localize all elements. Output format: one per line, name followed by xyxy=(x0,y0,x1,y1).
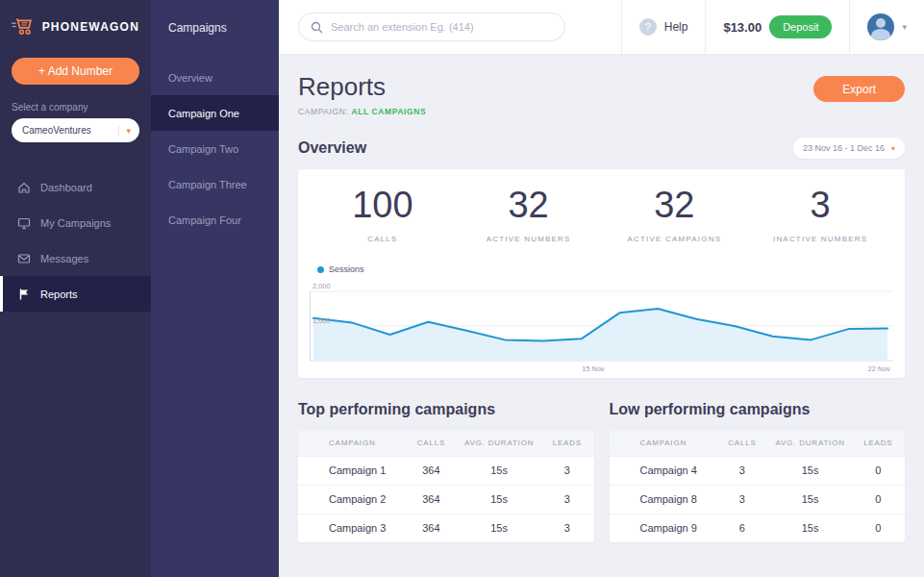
col-avg-duration: AVG. DURATION xyxy=(769,431,852,456)
topbar-right: ? Help $13.00 Deposit ▾ xyxy=(621,0,924,54)
table-row: Campaign 2 364 15s 3 xyxy=(298,485,594,514)
user-menu[interactable]: ▾ xyxy=(849,0,924,54)
xtick-22nov: 22 Nov xyxy=(868,364,891,373)
search-box xyxy=(298,13,565,41)
col-calls: CALLS xyxy=(715,431,768,456)
date-range-selector[interactable]: 23 Nov 16 - 1 Dec 16 ▾ xyxy=(793,138,905,159)
cell-avg-duration: 15s xyxy=(769,456,852,485)
low-performing-title: Low performing campaigns xyxy=(610,401,906,418)
table-header-row: CAMPAIGN CALLS AVG. DURATION LEADS xyxy=(610,431,906,456)
cell-campaign: Campaign 1 xyxy=(298,456,405,485)
sidebar-item-messages[interactable]: Messages xyxy=(0,240,151,276)
overview-head: Overview 23 Nov 16 - 1 Dec 16 ▾ xyxy=(298,138,905,159)
ytick-2000: 2,000 xyxy=(312,282,331,290)
envelope-icon xyxy=(17,252,31,265)
cell-campaign: Campaign 8 xyxy=(610,485,716,514)
cell-calls: 364 xyxy=(405,485,458,514)
low-performing-card: CAMPAIGN CALLS AVG. DURATION LEADS Campa… xyxy=(610,431,906,542)
cell-leads: 0 xyxy=(852,514,905,542)
cell-leads: 3 xyxy=(540,456,593,485)
xtick-15nov: 15 Nov xyxy=(582,364,605,373)
reports-content: Reports CAMPAIGN: ALL CAMPAIGNS Export O… xyxy=(279,55,924,577)
legend-label: Sessions xyxy=(329,264,364,274)
sidebar-item-label: Dashboard xyxy=(40,182,92,193)
stat-value: 32 xyxy=(456,185,602,226)
brand-name: PHONEWAGON xyxy=(42,20,139,34)
select-company-label: Select a company xyxy=(12,102,139,113)
logo: PHONEWAGON xyxy=(0,0,151,50)
avatar[interactable] xyxy=(867,13,894,40)
chevron-down-icon[interactable]: ▾ xyxy=(902,22,907,32)
chevron-down-icon: ▾ xyxy=(118,126,131,136)
stat-active-campaigns: 32 ACTIVE CAMPAIGNS xyxy=(602,185,748,243)
app-root: PHONEWAGON + Add Number Select a company… xyxy=(0,0,924,577)
campaigns-panel: Campaigns Overview Campaign One Campaign… xyxy=(151,0,279,577)
sidebar-item-dashboard[interactable]: Dashboard xyxy=(0,169,151,205)
search-icon xyxy=(311,21,323,34)
help-section[interactable]: ? Help xyxy=(621,0,706,54)
col-avg-duration: AVG. DURATION xyxy=(458,431,540,456)
campaigns-item-overview[interactable]: Overview xyxy=(151,60,279,95)
cell-leads: 3 xyxy=(540,514,593,542)
campaigns-item-campaign-four[interactable]: Campaign Four xyxy=(151,202,279,238)
home-icon xyxy=(17,181,31,194)
export-button[interactable]: Export xyxy=(813,76,905,102)
primary-sidebar: PHONEWAGON + Add Number Select a company… xyxy=(0,0,151,577)
table-row: Campaign 1 364 15s 3 xyxy=(298,456,594,485)
sidebar-item-my-campaigns[interactable]: My Campaigns xyxy=(0,205,151,240)
date-range-value: 23 Nov 16 - 1 Dec 16 xyxy=(803,143,885,153)
sidebar-item-reports[interactable]: Reports xyxy=(0,276,151,312)
stat-value: 32 xyxy=(602,185,748,226)
stat-label: ACTIVE NUMBERS xyxy=(456,235,602,243)
help-icon: ? xyxy=(639,18,657,36)
campaigns-item-campaign-one[interactable]: Campaign One xyxy=(151,95,279,131)
col-campaign: CAMPAIGN xyxy=(298,431,405,456)
top-performing-title: Top performing campaigns xyxy=(298,401,594,418)
chart-legend: Sessions xyxy=(317,264,893,274)
topbar: ? Help $13.00 Deposit ▾ xyxy=(279,0,924,55)
cell-avg-duration: 15s xyxy=(458,514,540,542)
cell-calls: 364 xyxy=(405,456,458,485)
chevron-down-icon: ▾ xyxy=(891,144,895,153)
stats-row: 100 CALLS 32 ACTIVE NUMBERS 32 ACTIVE CA… xyxy=(310,185,893,243)
campaign-filter-value[interactable]: ALL CAMPAIGNS xyxy=(351,107,426,116)
company-selected-value: CameoVentures xyxy=(22,125,91,136)
stat-inactive-numbers: 3 INACTIVE NUMBERS xyxy=(747,185,893,243)
low-performing-table: CAMPAIGN CALLS AVG. DURATION LEADS Campa… xyxy=(610,431,906,542)
account-balance: $13.00 xyxy=(723,20,762,35)
cart-logo-icon xyxy=(12,17,36,37)
sidebar-item-label: Messages xyxy=(40,253,88,264)
sessions-chart: 2,000 1,000 15 Nov 22 Nov xyxy=(310,278,893,374)
stat-label: INACTIVE NUMBERS xyxy=(747,235,893,243)
deposit-button[interactable]: Deposit xyxy=(769,15,832,38)
flag-icon xyxy=(17,288,31,301)
page-head: Reports CAMPAIGN: ALL CAMPAIGNS Export xyxy=(298,72,905,116)
campaign-tables: Top performing campaigns CAMPAIGN CALLS … xyxy=(298,401,905,542)
search-input[interactable] xyxy=(331,21,553,33)
campaigns-item-campaign-two[interactable]: Campaign Two xyxy=(151,131,279,166)
sidebar-nav: Dashboard My Campaigns Messages xyxy=(0,169,151,312)
table-header-row: CAMPAIGN CALLS AVG. DURATION LEADS xyxy=(298,431,594,456)
cell-campaign: Campaign 3 xyxy=(298,514,405,542)
sidebar-item-label: Reports xyxy=(40,288,78,300)
monitor-icon xyxy=(17,216,31,230)
cell-calls: 3 xyxy=(715,456,768,485)
cell-calls: 364 xyxy=(405,514,458,542)
stat-active-numbers: 32 ACTIVE NUMBERS xyxy=(456,185,602,243)
table-row: Campaign 4 3 15s 0 xyxy=(610,456,906,485)
top-performing-section: Top performing campaigns CAMPAIGN CALLS … xyxy=(298,401,594,542)
table-row: Campaign 3 364 15s 3 xyxy=(298,514,594,542)
add-number-button[interactable]: + Add Number xyxy=(12,58,139,85)
col-campaign: CAMPAIGN xyxy=(610,431,716,456)
page-title: Reports xyxy=(298,72,426,102)
cell-avg-duration: 15s xyxy=(458,485,540,514)
cell-leads: 0 xyxy=(852,456,905,485)
overview-title: Overview xyxy=(298,139,366,157)
top-performing-table: CAMPAIGN CALLS AVG. DURATION LEADS Campa… xyxy=(298,431,594,542)
company-select[interactable]: CameoVentures ▾ xyxy=(12,118,139,142)
campaigns-panel-items: Overview Campaign One Campaign Two Campa… xyxy=(151,60,279,238)
cell-calls: 3 xyxy=(715,485,768,514)
cell-leads: 3 xyxy=(540,485,593,514)
campaigns-item-campaign-three[interactable]: Campaign Three xyxy=(151,166,279,202)
chart-area-fill xyxy=(313,309,887,361)
